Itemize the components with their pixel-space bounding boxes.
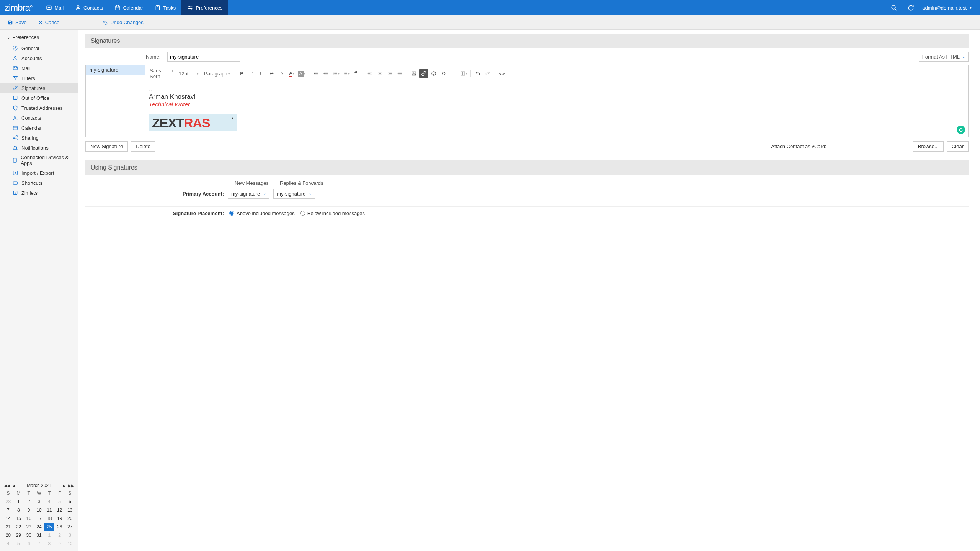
cal-day[interactable]: 9 [54,540,65,548]
strike-icon[interactable]: S [267,69,276,78]
sidebar-item-connected-devices-apps[interactable]: Connected Devices & Apps [0,153,78,168]
cal-day[interactable]: 8 [13,506,24,514]
cal-day[interactable]: 4 [44,497,54,506]
tab-contacts[interactable]: Contacts [69,0,109,15]
cal-day[interactable]: 4 [3,540,13,548]
cal-day[interactable]: 9 [24,506,34,514]
sidebar-item-accounts[interactable]: Accounts [0,53,78,63]
cal-day[interactable]: 30 [24,531,34,540]
cal-prev-year[interactable]: ◀◀ [3,484,11,488]
size-select[interactable]: 12pt [176,70,201,78]
cal-day[interactable]: 3 [34,497,44,506]
cal-day[interactable]: 26 [54,523,65,531]
sidebar-item-general[interactable]: General [0,43,78,53]
undo-button[interactable]: Undo Changes [103,20,144,25]
placement-below-option[interactable]: Below included messages [300,210,365,216]
align-center-icon[interactable] [375,69,384,78]
cal-day[interactable]: 8 [44,540,54,548]
italic-icon[interactable]: I [247,69,256,78]
cal-day[interactable]: 6 [65,497,75,506]
cal-prev-month[interactable]: ◀ [11,484,16,488]
new-msg-signature-select[interactable]: my-signature [228,189,270,199]
reply-signature-select[interactable]: my-signature [273,189,315,199]
quote-icon[interactable]: ❝ [351,69,360,78]
bold-icon[interactable]: B [237,69,247,78]
cal-day[interactable]: 5 [54,497,65,506]
cal-day[interactable]: 2 [54,531,65,540]
align-left-icon[interactable] [365,69,374,78]
cal-day[interactable]: 18 [44,514,54,523]
indent-icon[interactable] [321,69,330,78]
tab-calendar[interactable]: Calendar [109,0,149,15]
sidebar-item-zimlets[interactable]: ZZimlets [0,188,78,198]
editor-body[interactable]: -- Arman Khosravi Technical Writer ZEXTR… [145,82,969,137]
code-icon[interactable]: <> [497,69,506,78]
cal-day[interactable]: 11 [44,506,54,514]
cal-day[interactable]: 21 [3,523,13,531]
sidebar-item-filters[interactable]: Filters [0,73,78,83]
sidebar-item-trusted-addresses[interactable]: Trusted Addresses [0,103,78,113]
block-select[interactable]: Paragraph [202,70,232,78]
cal-day[interactable]: 1 [44,531,54,540]
special-char-icon[interactable]: Ω [439,69,448,78]
cal-day[interactable]: 7 [3,506,13,514]
align-justify-icon[interactable] [395,69,404,78]
sidebar-item-signatures[interactable]: Signatures [0,83,78,93]
placement-above-radio[interactable] [229,211,234,216]
emoji-icon[interactable] [429,69,438,78]
cal-day[interactable]: 27 [65,523,75,531]
cal-day[interactable]: 6 [24,540,34,548]
signature-list-item[interactable]: my-signature [86,65,145,75]
cal-day[interactable]: 15 [13,514,24,523]
sidebar-item-import-export[interactable]: Import / Export [0,168,78,178]
signature-name-input[interactable] [167,52,240,62]
cal-day[interactable]: 29 [13,531,24,540]
underline-icon[interactable]: U [257,69,266,78]
hr-icon[interactable]: — [449,69,458,78]
delete-signature-button[interactable]: Delete [131,141,155,152]
cal-day[interactable]: 28 [3,497,13,506]
sidebar-item-notifications[interactable]: Notifications [0,143,78,153]
cal-day[interactable]: 19 [54,514,65,523]
clear-format-icon[interactable]: Ix [277,69,286,78]
redo-icon[interactable] [483,69,492,78]
tree-root[interactable]: ⌄ Preferences [0,31,78,43]
cal-day[interactable]: 23 [24,523,34,531]
font-select[interactable]: Sans Serif [147,67,176,80]
cal-next-year[interactable]: ▶▶ [67,484,75,488]
cancel-button[interactable]: Cancel [38,20,60,25]
sidebar-item-contacts[interactable]: Contacts [0,113,78,123]
cal-day[interactable]: 14 [3,514,13,523]
undo-icon[interactable] [473,69,482,78]
align-right-icon[interactable] [385,69,394,78]
sidebar-item-shortcuts[interactable]: Shortcuts [0,178,78,188]
sidebar-item-out-of-office[interactable]: Out of Office [0,93,78,103]
tab-mail[interactable]: Mail [40,0,69,15]
table-icon[interactable] [459,69,468,78]
clear-button[interactable]: Clear [947,141,969,152]
cal-day[interactable]: 10 [65,540,75,548]
placement-above-option[interactable]: Above included messages [229,210,295,216]
bullet-list-icon[interactable] [331,69,340,78]
refresh-icon[interactable] [907,4,915,11]
grammarly-icon[interactable]: G [957,126,965,134]
text-color-icon[interactable]: A [287,69,296,78]
image-icon[interactable] [409,69,418,78]
cal-day[interactable]: 28 [3,531,13,540]
cal-day[interactable]: 7 [34,540,44,548]
cal-day[interactable]: 25 [44,523,54,531]
cal-day[interactable]: 12 [54,506,65,514]
cal-day[interactable]: 1 [13,497,24,506]
cal-day[interactable]: 31 [34,531,44,540]
number-list-icon[interactable] [341,69,350,78]
cal-next-month[interactable]: ▶ [62,484,67,488]
format-select[interactable]: Format As HTML ⌄ [919,52,969,62]
user-menu[interactable]: admin@domain.test ▼ [922,5,972,11]
sidebar-item-mail[interactable]: Mail [0,63,78,73]
sidebar-item-sharing[interactable]: Sharing [0,133,78,143]
cal-day[interactable]: 3 [65,531,75,540]
save-button[interactable]: Save [8,20,27,25]
cal-day[interactable]: 13 [65,506,75,514]
cal-day[interactable]: 20 [65,514,75,523]
placement-below-radio[interactable] [300,211,305,216]
